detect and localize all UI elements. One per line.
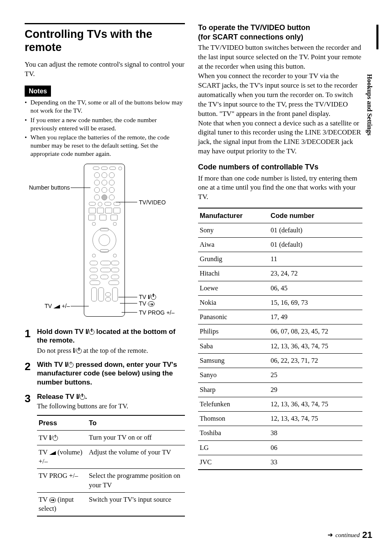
step-subtext: Do not press I/ at the top of the remote…: [37, 346, 185, 355]
code-header-number: Code number: [269, 208, 362, 223]
fn-to: Turn your TV on or off: [87, 430, 185, 445]
code-manufacturer: Aiwa: [198, 237, 269, 252]
note-item: If you enter a new code number, the code…: [25, 116, 185, 132]
remote-diagram: Number buttons TV/VIDEO TV I/ TV TV PROG…: [25, 164, 177, 320]
code-manufacturer: JVC: [198, 455, 269, 470]
table-row: Panasonic17, 49: [198, 310, 362, 324]
table-row: Loewe06, 45: [198, 281, 362, 295]
subhead-codes: Code numbers of controllable TVs: [198, 162, 362, 172]
table-row: Hitachi23, 24, 72: [198, 266, 362, 281]
code-number: 17, 49: [269, 310, 362, 324]
notes-list: Depending on the TV, some or all of the …: [25, 98, 185, 158]
code-manufacturer: Loewe: [198, 281, 269, 295]
step-number: 1: [25, 327, 37, 355]
power-icon: [89, 329, 95, 335]
code-manufacturer: Sharp: [198, 382, 269, 397]
step-3: 3 Release TV I/. The following buttons a…: [25, 392, 185, 517]
table-row: TV I/ Turn your TV on or off: [37, 430, 185, 445]
code-number: 12, 13, 36, 43, 74, 75: [269, 397, 362, 411]
code-manufacturer: Toshiba: [198, 426, 269, 440]
notes-badge: Notes: [25, 86, 51, 97]
side-tab: Hookups and Settings: [365, 74, 374, 135]
code-number: 06, 22, 23, 71, 72: [269, 354, 362, 368]
code-number: 29: [269, 382, 362, 397]
code-number: 23, 24, 72: [269, 266, 362, 281]
right-column: To operate the TV/VIDEO button(for SCART…: [198, 23, 362, 521]
table-row: Samsung06, 22, 23, 71, 72: [198, 354, 362, 368]
code-number: 11: [269, 252, 362, 266]
code-manufacturer: Saba: [198, 339, 269, 353]
callout-tv-video: TV/VIDEO: [139, 199, 166, 206]
function-table: Press To TV I/ Turn your TV on or off TV…: [37, 415, 185, 517]
table-row: TV PROG +/– Select the programme positio…: [37, 469, 185, 493]
lead-line: [120, 303, 137, 303]
table-row: Saba12, 13, 36, 43, 74, 75: [198, 339, 362, 353]
body-text: The TV/VIDEO button switches between the…: [198, 43, 362, 72]
step-heading: Hold down TV I/ located at the bottom of…: [37, 327, 185, 345]
volume-icon: [53, 305, 60, 308]
body-text: Note that when you connect a device such…: [198, 119, 362, 157]
code-number: 15, 16, 69, 73: [269, 295, 362, 310]
step-number: 2: [25, 360, 37, 387]
remote-body: [84, 164, 125, 317]
fn-header-to: To: [87, 415, 185, 430]
page-footer: ➜ continued 21: [327, 529, 372, 541]
side-marker: [376, 25, 378, 49]
lead-line: [71, 306, 89, 306]
code-number: 06, 45: [269, 281, 362, 295]
code-table: Manufacturer Code number Sony01 (default…: [198, 208, 362, 470]
code-manufacturer: LG: [198, 440, 269, 455]
table-row: Nokia15, 16, 69, 73: [198, 295, 362, 310]
table-row: LG06: [198, 440, 362, 455]
code-number: 01 (default): [269, 223, 362, 237]
step-heading: With TV I/ pressed down, enter your TV's…: [37, 360, 185, 387]
power-icon: [53, 436, 58, 441]
volume-icon: [49, 451, 56, 455]
callout-number-buttons: Number buttons: [25, 184, 70, 191]
code-manufacturer: Telefunken: [198, 397, 269, 411]
table-row: Thomson12, 13, 43, 74, 75: [198, 412, 362, 426]
body-text: When you connect the recorder to your TV…: [198, 72, 362, 119]
table-row: TV (volume) +/– Adjust the volume of you…: [37, 445, 185, 469]
lead-line: [71, 188, 90, 188]
callout-tv-power: TV I/: [139, 294, 156, 301]
code-manufacturer: Sony: [198, 223, 269, 237]
code-number: 25: [269, 368, 362, 382]
page-number: 21: [362, 529, 372, 541]
table-row: Sanyo25: [198, 368, 362, 382]
fn-to: Adjust the volume of your TV: [87, 445, 185, 469]
step-2: 2 With TV I/ pressed down, enter your TV…: [25, 360, 185, 387]
code-number: 06, 07, 08, 23, 45, 72: [269, 324, 362, 339]
section-title: Controlling TVs with the remote: [25, 28, 185, 54]
continued-label: continued: [335, 531, 360, 539]
note-item: When you replace the batteries of the re…: [25, 133, 185, 158]
step-heading: Release TV I/.: [37, 392, 185, 401]
input-icon: [49, 498, 56, 503]
subhead-tv-video: To operate the TV/VIDEO button(for SCART…: [198, 23, 362, 42]
fn-to: Switch your TV's input source: [87, 492, 185, 516]
table-row: Toshiba38: [198, 426, 362, 440]
fn-to: Select the programme position on your TV: [87, 469, 185, 493]
code-manufacturer: Sanyo: [198, 368, 269, 382]
callout-tv-input: TV: [139, 300, 154, 307]
lead-line: [116, 202, 137, 202]
power-icon: [80, 394, 85, 400]
left-column: Controlling TVs with the remote You can …: [25, 23, 185, 521]
fn-press: TV PROG +/–: [37, 469, 87, 493]
code-manufacturer: Nokia: [198, 295, 269, 310]
power-icon: [68, 362, 74, 368]
code-manufacturer: Philips: [198, 324, 269, 339]
code-manufacturer: Hitachi: [198, 266, 269, 281]
continued-arrow-icon: ➜: [327, 531, 333, 540]
step-1: 1 Hold down TV I/ located at the bottom …: [25, 327, 185, 355]
table-row: Philips06, 07, 08, 23, 45, 72: [198, 324, 362, 339]
code-number: 38: [269, 426, 362, 440]
table-row: Sony01 (default): [198, 223, 362, 237]
callout-tv-prog: TV PROG +/–: [139, 309, 175, 316]
note-item: Depending on the TV, some or all of the …: [25, 98, 185, 115]
input-icon: [148, 301, 154, 306]
fn-press: TV (volume) +/–: [37, 445, 87, 469]
table-row: Sharp29: [198, 382, 362, 397]
step-subtext: The following buttons are for TV.: [37, 402, 185, 411]
content-columns: Controlling TVs with the remote You can …: [25, 23, 372, 521]
